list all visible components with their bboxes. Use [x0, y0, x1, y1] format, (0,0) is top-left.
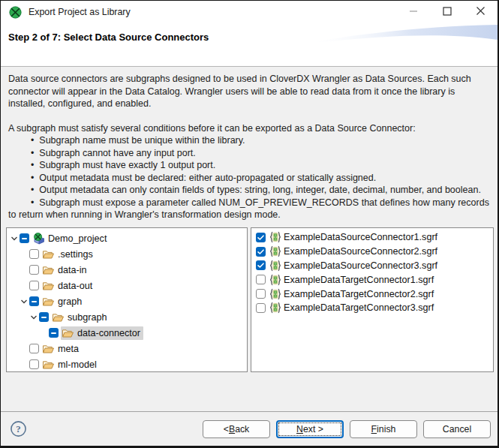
condition-bullet-6: • Subgraph must expose a parameter calle… [8, 197, 491, 221]
tree-item-body[interactable]: data-connector [61, 326, 143, 340]
minimize-icon [409, 5, 418, 19]
tree-item-body[interactable]: subgraph [51, 311, 110, 324]
tree-item-data-out[interactable]: data-out [7, 278, 247, 293]
subgraph-file-icon [269, 260, 282, 272]
subgraph-file-icon [269, 302, 282, 314]
condition-bullet-2: • Subgraph cannot have any input port. [8, 147, 491, 160]
project-tree: Demo_project.settingsdata-indata-outgrap… [7, 228, 247, 372]
tree-item-.settings[interactable]: .settings [7, 246, 247, 262]
question-mark-glyph: ? [16, 423, 21, 434]
connector-item-ExampleDataTargetConnector3.sgrf[interactable]: ExampleDataTargetConnector3.sgrf [251, 301, 493, 315]
connector-checkbox-checked[interactable] [256, 260, 266, 270]
connector-checkbox-checked[interactable] [256, 247, 266, 257]
folder-icon [62, 327, 74, 339]
tree-item-body[interactable]: Demo_project [32, 232, 110, 245]
connector-checkbox-unchecked[interactable] [256, 275, 266, 284]
connector-checkbox-unchecked[interactable] [256, 303, 266, 313]
connector-checkbox-unchecked[interactable] [256, 289, 266, 299]
connector-item-ExampleDataSourceConnector1.sgrf[interactable]: ExampleDataSourceConnector1.sgrf [251, 230, 493, 245]
page-title: Step 2 of 7: Select Data Source Connecto… [8, 32, 209, 43]
tree-item-label: graph [58, 296, 82, 307]
tree-item-ml-model[interactable]: ml-model [7, 356, 247, 372]
chevron-down-icon[interactable] [9, 235, 20, 242]
tree-item-meta[interactable]: meta [7, 341, 247, 356]
tree-item-label: Demo_project [48, 233, 107, 244]
condition-bullet-4: • Output metadata must be declared: eith… [8, 172, 491, 185]
conditions-list: • Subgraph name must be unique within th… [8, 134, 491, 221]
button-bar: ? < Back Next > Finish Cancel [1, 411, 497, 446]
folder-icon [42, 264, 55, 276]
wizard-buttons: < Back Next > Finish Cancel [203, 420, 491, 438]
tree-item-body[interactable]: .settings [41, 248, 96, 261]
intro-paragraph: Data source connectors are subgraphs des… [8, 73, 491, 110]
tree-item-graph[interactable]: graph [7, 293, 247, 309]
subgraph-file-icon [269, 231, 282, 243]
header-gradient [306, 23, 497, 49]
export-project-dialog: Export Project as Library [0, 0, 499, 448]
connector-list: ExampleDataSourceConnector1.sgrfExampleD… [251, 228, 493, 315]
tree-item-subgraph[interactable]: subgraph [7, 309, 247, 325]
tree-checkbox-indeterminate[interactable] [49, 328, 59, 338]
minimize-button[interactable] [396, 1, 430, 23]
tree-item-data-connector[interactable]: data-connector [7, 325, 247, 341]
tree-item-body[interactable]: meta [41, 342, 82, 356]
tree-item-body[interactable]: graph [41, 295, 85, 308]
tree-checkbox-unchecked[interactable] [29, 281, 39, 290]
folder-icon [42, 248, 55, 260]
folder-icon [42, 296, 55, 308]
connector-item-ExampleDataTargetConnector1.sgrf[interactable]: ExampleDataTargetConnector1.sgrf [251, 272, 493, 287]
cloverdx-logo-icon [9, 6, 22, 19]
connector-item-label: ExampleDataSourceConnector2.sgrf [284, 246, 437, 257]
maximize-button[interactable] [430, 1, 464, 23]
connector-item-label: ExampleDataTargetConnector2.sgrf [284, 289, 434, 299]
folder-icon [42, 280, 55, 292]
tree-checkbox-unchecked[interactable] [29, 249, 39, 259]
tree-checkbox-indeterminate[interactable] [29, 296, 39, 306]
window-title: Export Project as Library [29, 7, 131, 17]
tree-item-label: data-connector [77, 328, 140, 338]
close-button[interactable] [464, 1, 497, 23]
connector-item-label: ExampleDataTargetConnector3.sgrf [284, 302, 434, 313]
connector-item-ExampleDataTargetConnector2.sgrf[interactable]: ExampleDataTargetConnector2.sgrf [251, 287, 493, 301]
folder-icon [42, 359, 55, 371]
connector-item-label: ExampleDataTargetConnector1.sgrf [284, 275, 434, 285]
tree-checkbox-unchecked[interactable] [29, 344, 39, 353]
tree-item-label: subgraph [68, 312, 107, 323]
subgraph-file-icon [269, 245, 282, 257]
next-button[interactable]: Next > [276, 420, 344, 438]
condition-bullet-5: • Output metadata can only contain field… [8, 184, 491, 197]
tree-checkbox-unchecked[interactable] [29, 359, 39, 369]
connector-item-ExampleDataSourceConnector2.sgrf[interactable]: ExampleDataSourceConnector2.sgrf [251, 245, 493, 259]
back-label: < [224, 424, 229, 434]
tree-item-label: meta [58, 344, 79, 354]
folder-icon [52, 311, 65, 323]
tree-checkbox-indeterminate[interactable] [20, 233, 29, 243]
tree-item-label: .settings [58, 249, 93, 260]
connector-item-label: ExampleDataSourceConnector3.sgrf [284, 260, 437, 271]
chevron-down-icon[interactable] [19, 298, 29, 305]
chevron-down-icon[interactable] [29, 314, 39, 321]
tree-item-body[interactable]: data-in [41, 263, 90, 277]
tree-checkbox-unchecked[interactable] [29, 265, 39, 275]
wizard-body: Data source connectors are subgraphs des… [1, 68, 497, 413]
tree-checkbox-indeterminate[interactable] [39, 312, 49, 322]
connector-checkbox-checked[interactable] [256, 233, 266, 242]
finish-button[interactable]: Finish [350, 420, 417, 438]
help-button[interactable]: ? [10, 420, 27, 437]
back-button[interactable]: < Back [203, 420, 270, 438]
tree-item-body[interactable]: data-out [41, 279, 95, 293]
connector-item-ExampleDataSourceConnector3.sgrf[interactable]: ExampleDataSourceConnector3.sgrf [251, 259, 493, 273]
condition-bullet-3: • Subgraph must have exactly 1 output po… [8, 159, 491, 172]
tree-item-label: data-in [58, 265, 87, 275]
conditions-lead: A subgraph must satisfy several conditio… [8, 122, 491, 135]
condition-bullet-1: • Subgraph name must be unique within th… [8, 134, 491, 147]
tree-item-body[interactable]: ml-model [41, 358, 100, 371]
tree-item-data-in[interactable]: data-in [7, 262, 247, 278]
close-icon [476, 5, 485, 19]
subgraph-file-icon [269, 288, 282, 300]
cancel-button[interactable]: Cancel [423, 420, 491, 438]
project-tree-panel: Demo_project.settingsdata-indata-outgrap… [6, 227, 248, 372]
connector-list-panel: ExampleDataSourceConnector1.sgrfExampleD… [251, 227, 494, 372]
connector-item-label: ExampleDataSourceConnector1.sgrf [284, 232, 437, 242]
tree-item-Demo_project[interactable]: Demo_project [7, 230, 247, 246]
